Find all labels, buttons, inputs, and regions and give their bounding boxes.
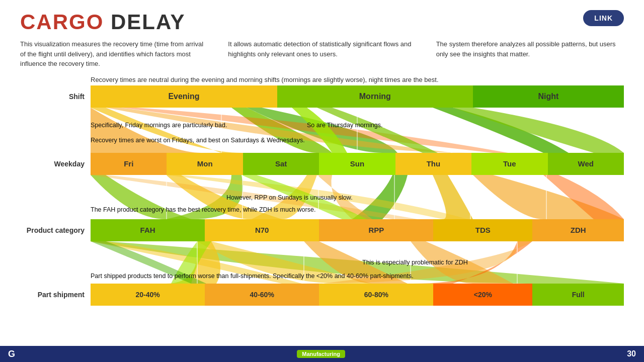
weekday-cell-mon: Mon bbox=[167, 153, 243, 175]
shift-cell-morning: Morning bbox=[277, 85, 473, 108]
weekday-label: Weekday bbox=[20, 153, 91, 175]
weekday-cell-fri: Fri bbox=[91, 153, 167, 175]
page-title: Cargo Delay bbox=[20, 10, 186, 34]
bottom-tag: Manufacturing bbox=[297, 350, 345, 358]
product-category-label: Product category bbox=[20, 219, 91, 241]
weekday-bar: FriMonSatSunThuTueWed bbox=[91, 153, 624, 175]
desc-col-3: The system therefore analyzes all possib… bbox=[436, 39, 624, 69]
page: Cargo Delay Link This visualization meas… bbox=[0, 0, 644, 362]
ps-cell-60-80pct: 60-80% bbox=[319, 284, 433, 306]
weekday-row: Weekday FriMonSatSunThuTueWed bbox=[20, 153, 624, 175]
header: Cargo Delay Link bbox=[20, 10, 624, 34]
flow-svg-2 bbox=[91, 175, 624, 219]
flow-area-1: Specifically, Friday mornings are partic… bbox=[91, 108, 624, 153]
link-button[interactable]: Link bbox=[583, 10, 624, 26]
shift-label: Shift bbox=[20, 85, 91, 108]
ps-cell-20-40pct: 20-40% bbox=[91, 284, 205, 306]
shift-cell-evening: Evening bbox=[91, 85, 277, 108]
weekday-cell-thu: Thu bbox=[395, 153, 471, 175]
ps-cell-Full: Full bbox=[532, 284, 624, 306]
ps-cell-lt20pct: <20% bbox=[433, 284, 532, 306]
part-shipment-bar: 20-40%40-60%60-80%<20%Full bbox=[91, 284, 624, 306]
title-cargo: Cargo bbox=[20, 10, 104, 34]
cat-cell-tds: TDS bbox=[433, 219, 532, 241]
cat-cell-rpp: RPP bbox=[319, 219, 433, 241]
bottom-logo: G bbox=[8, 349, 15, 359]
flow-area-2: However, RPP on Sundays is unusually slo… bbox=[91, 175, 624, 219]
insight-1-text: Recovery times are neutral during the ev… bbox=[91, 76, 439, 83]
product-category-bar: FAHN70RPPTDSZDH bbox=[91, 219, 624, 241]
bottom-bar: G Manufacturing 30 bbox=[0, 346, 644, 362]
ps-cell-40-60pct: 40-60% bbox=[205, 284, 319, 306]
flow-row-3: This is especially problematic for ZDH P… bbox=[20, 241, 624, 284]
desc-col-2: It allows automatic detection of statist… bbox=[228, 39, 416, 69]
part-shipment-row: Part shipment 20-40%40-60%60-80%<20%Full bbox=[20, 284, 624, 306]
shift-row: Shift EveningMorningNight bbox=[20, 85, 624, 108]
cat-cell-zdh: ZDH bbox=[532, 219, 624, 241]
description-row: This visualization measures the recovery… bbox=[20, 39, 624, 69]
shift-cell-night: Night bbox=[473, 85, 624, 108]
cat-cell-fah: FAH bbox=[91, 219, 205, 241]
weekday-cell-wed: Wed bbox=[548, 153, 624, 175]
bottom-page: 30 bbox=[627, 349, 636, 358]
title-delay: Delay bbox=[111, 10, 186, 34]
flow-row-1: Specifically, Friday mornings are partic… bbox=[20, 108, 624, 153]
flow-svg-1 bbox=[91, 108, 624, 153]
weekday-cell-tue: Tue bbox=[471, 153, 547, 175]
weekday-cell-sun: Sun bbox=[319, 153, 395, 175]
flow-area-3: This is especially problematic for ZDH P… bbox=[91, 241, 624, 284]
product-category-row: Product category FAHN70RPPTDSZDH bbox=[20, 219, 624, 241]
flow-svg-3 bbox=[91, 241, 624, 284]
desc-col-1: This visualization measures the recovery… bbox=[20, 39, 208, 69]
flow-row-2: However, RPP on Sundays is unusually slo… bbox=[20, 175, 624, 219]
shift-bar: EveningMorningNight bbox=[91, 85, 624, 108]
weekday-cell-sat: Sat bbox=[243, 153, 319, 175]
cat-cell-n70: N70 bbox=[205, 219, 319, 241]
part-shipment-label: Part shipment bbox=[20, 284, 91, 306]
